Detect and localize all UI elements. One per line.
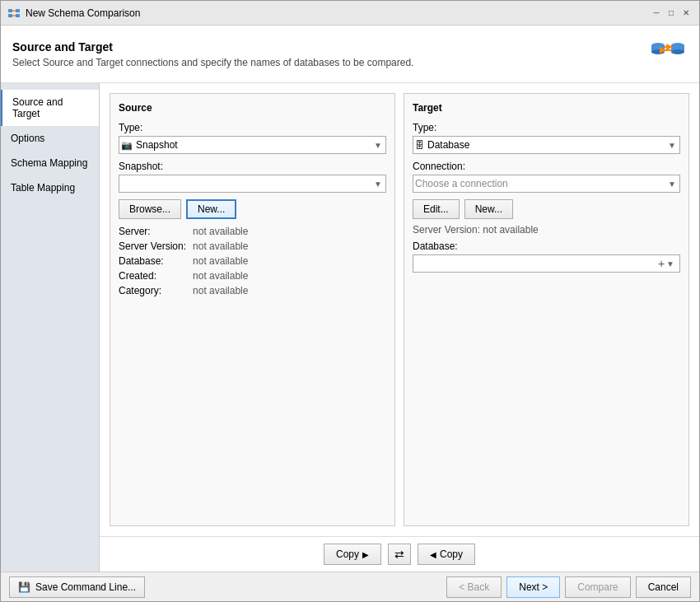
back-button[interactable]: < Back [446, 576, 502, 598]
source-snapshot-label: Snapshot: [119, 161, 386, 172]
copy-left-label: Copy [440, 548, 463, 560]
page-subtitle: Select Source and Target connections and… [12, 57, 413, 68]
source-server-label: Server: [119, 226, 186, 237]
target-connection-dropdown-arrow: ▼ [666, 180, 678, 189]
target-type-row: Type: 🗄 Database ▼ [413, 122, 680, 154]
close-button[interactable]: ✕ [679, 7, 693, 20]
target-database-label: Database: [413, 240, 680, 252]
main-area: Source and Target Options Schema Mapping… [1, 83, 699, 572]
swap-button[interactable]: ⇄ [388, 544, 411, 565]
source-type-value: Snapshot [136, 139, 372, 151]
target-type-icon: 🗄 [415, 140, 424, 150]
target-database-input[interactable] [417, 258, 658, 269]
target-panel: Target Type: 🗄 Database ▼ Connection: Ch… [404, 93, 689, 526]
target-inline-buttons: Edit... New... [413, 199, 680, 219]
swap-icon: ⇄ [394, 548, 404, 561]
svg-point-8 [651, 49, 665, 54]
source-created-label: Created: [119, 270, 186, 282]
sidebar-item-table-mapping[interactable]: Table Mapping [1, 175, 99, 200]
source-type-row: Type: 📷 Snapshot ▼ [119, 122, 386, 154]
sidebar-item-options[interactable]: Options [1, 126, 99, 151]
maximize-button[interactable]: □ [665, 7, 678, 20]
schema-comparison-icon [650, 39, 686, 70]
source-category-label: Category: [119, 285, 186, 296]
target-connection-label: Connection: [413, 161, 680, 172]
window-title: New Schema Comparison [26, 7, 140, 19]
title-controls: ─ □ ✕ [650, 7, 693, 20]
content-area: Source Type: 📷 Snapshot ▼ Snapshot: [100, 83, 699, 572]
target-type-dropdown-arrow: ▼ [666, 141, 678, 150]
source-type-select-wrapper[interactable]: 📷 Snapshot ▼ [119, 136, 386, 154]
footer-copy-row: Copy ▶ ⇄ ◀ Copy [100, 536, 699, 572]
source-type-icon: 📷 [121, 140, 133, 151]
target-database-row: Database: + ▼ [413, 240, 680, 273]
source-snapshot-row: Snapshot: ▼ [119, 161, 386, 193]
sidebar: Source and Target Options Schema Mapping… [1, 83, 100, 572]
source-server-version-value: not available [193, 240, 386, 252]
main-window: New Schema Comparison ─ □ ✕ Source and T… [0, 0, 700, 602]
source-info-grid: Server: not available Server Version: no… [119, 226, 386, 296]
source-database-label: Database: [119, 255, 186, 267]
source-type-label: Type: [119, 122, 386, 133]
source-database-value: not available [193, 255, 386, 267]
copy-left-button[interactable]: ◀ Copy [418, 544, 475, 565]
header-area: Source and Target Select Source and Targ… [1, 26, 699, 83]
source-button-row: Browse... New... [119, 199, 386, 219]
source-type-dropdown-arrow: ▼ [372, 141, 384, 150]
page-title: Source and Target [12, 40, 413, 54]
target-edit-button[interactable]: Edit... [413, 199, 460, 219]
source-server-version-label: Server Version: [119, 240, 186, 252]
svg-rect-2 [8, 14, 12, 17]
source-snapshot-dropdown-arrow: ▼ [372, 180, 384, 189]
source-browse-button[interactable]: Browse... [119, 199, 181, 219]
source-panel-title: Source [119, 102, 386, 114]
header-text: Source and Target Select Source and Targ… [12, 40, 413, 68]
copy-right-label: Copy [336, 548, 359, 560]
target-database-input-wrapper: + ▼ [413, 254, 680, 273]
bottom-bar: 💾 Save Command Line... < Back Next > Com… [1, 572, 699, 601]
target-database-arrow: ▼ [665, 259, 676, 268]
source-category-value: not available [193, 285, 386, 296]
svg-point-11 [671, 49, 684, 54]
copy-right-button[interactable]: Copy ▶ [324, 544, 381, 565]
target-server-version-text: Server Version: not available [413, 224, 680, 236]
sidebar-item-schema-mapping[interactable]: Schema Mapping [1, 151, 99, 175]
source-snapshot-select-wrapper[interactable]: ▼ [119, 175, 386, 193]
panels-row: Source Type: 📷 Snapshot ▼ Snapshot: [100, 83, 699, 536]
source-panel: Source Type: 📷 Snapshot ▼ Snapshot: [110, 93, 395, 526]
source-new-button[interactable]: New... [186, 199, 236, 219]
copy-left-arrow: ◀ [430, 550, 436, 559]
target-database-plus[interactable]: + [658, 257, 665, 270]
window-icon [7, 7, 21, 20]
target-type-value: Database [427, 139, 666, 151]
compare-button[interactable]: Compare [565, 576, 630, 598]
target-panel-title: Target [413, 102, 680, 114]
save-icon: 💾 [18, 581, 30, 593]
header-icon [648, 38, 688, 71]
svg-rect-0 [8, 9, 12, 12]
svg-rect-1 [16, 9, 20, 12]
target-connection-select-wrapper[interactable]: Choose a connection ▼ [413, 175, 680, 193]
source-server-value: not available [193, 226, 386, 237]
sidebar-item-source-target[interactable]: Source and Target [1, 90, 99, 126]
target-new-button[interactable]: New... [464, 199, 513, 219]
bottom-left: 💾 Save Command Line... [9, 576, 145, 598]
title-bar: New Schema Comparison ─ □ ✕ [1, 1, 699, 26]
target-type-label: Type: [413, 122, 680, 133]
title-bar-left: New Schema Comparison [7, 7, 140, 20]
target-connection-placeholder: Choose a connection [415, 178, 666, 189]
svg-rect-3 [16, 14, 20, 17]
cancel-button[interactable]: Cancel [636, 576, 691, 598]
save-cmd-label: Save Command Line... [35, 581, 136, 593]
bottom-right: < Back Next > Compare Cancel [446, 576, 691, 598]
next-button[interactable]: Next > [506, 576, 560, 598]
target-type-select-wrapper[interactable]: 🗄 Database ▼ [413, 136, 680, 154]
copy-right-arrow: ▶ [362, 550, 369, 559]
save-command-line-button[interactable]: 💾 Save Command Line... [9, 576, 145, 598]
target-connection-row: Connection: Choose a connection ▼ [413, 161, 680, 193]
source-created-value: not available [193, 270, 386, 282]
minimize-button[interactable]: ─ [650, 7, 663, 20]
